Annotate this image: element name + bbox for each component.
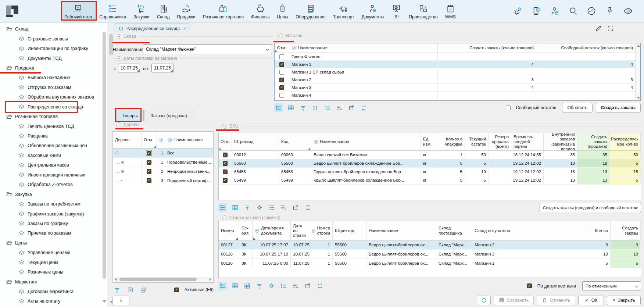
sidebar-item[interactable]: Договоры маркетинга (0, 287, 107, 296)
order-line-row[interactable]: 00127 ЗК 10.07.25 17:07 10.07.25 1 55500… (219, 240, 641, 250)
refresh-data-button[interactable] (359, 103, 368, 112)
table-grid-button[interactable] (230, 203, 239, 212)
collapse-icon[interactable] (278, 33, 283, 38)
sidebar-item[interactable]: Заказы по графику (0, 219, 107, 228)
tree-expander-icon[interactable]: ● (121, 179, 122, 182)
table-scrollbar[interactable] (636, 43, 640, 100)
sidebar-scroll-down-icon[interactable] (103, 300, 106, 303)
scroll-right-icon[interactable] (210, 278, 211, 281)
add-list-button[interactable] (291, 282, 300, 290)
warehouse-select[interactable]: Склад "Маркет Фьюжен" (143, 44, 272, 54)
time-icon[interactable] (586, 6, 597, 17)
scroll-up-icon[interactable] (637, 45, 640, 47)
open-external-button[interactable] (291, 203, 300, 212)
add-list-button[interactable] (335, 103, 344, 112)
menu-item-transport[interactable]: Транспорт (330, 1, 358, 22)
document-tab[interactable]: Распределение со склада × (114, 24, 190, 33)
create-orders-button[interactable]: Создать заказы (596, 103, 641, 113)
sidebar-item[interactable]: Обработка Z-отчетов (0, 180, 107, 189)
ok-button[interactable]: ✓ОК (578, 296, 604, 305)
row-checkbox[interactable] (279, 93, 284, 98)
table-grid-button[interactable] (286, 103, 295, 112)
sku-action-dropdown[interactable]: Создать заказы (продажа) и свободный ост… (540, 203, 641, 212)
sidebar-item[interactable]: Документы ТСД (0, 53, 107, 63)
sidebar-item[interactable]: Инвентаризации по графику (0, 44, 107, 53)
numbered-list-button[interactable] (267, 203, 276, 212)
menu-item-bi[interactable]: BI (388, 1, 405, 22)
sidebar-item[interactable]: Кассовые книги (0, 151, 107, 160)
date-from-input[interactable]: 10.07.25 (118, 64, 140, 72)
tree-expander-icon[interactable]: ⊖ (115, 151, 119, 155)
sidebar-group[interactable]: Склад (0, 24, 107, 34)
collapse-icon[interactable] (117, 34, 121, 39)
collapse-icon[interactable] (117, 56, 121, 61)
sidebar-item[interactable]: Заказы по потребностям (0, 199, 107, 209)
collapse-icon[interactable] (222, 124, 227, 129)
filter-button[interactable] (255, 282, 264, 290)
expand-icon[interactable] (607, 25, 614, 32)
list-view-button[interactable] (274, 103, 283, 112)
sidebar-group[interactable]: Продажа (0, 63, 107, 73)
settings-icon[interactable] (512, 6, 523, 17)
menu-item-desktop[interactable]: Рабочий стол (61, 1, 95, 22)
by-delivery-dates-checkbox[interactable] (527, 283, 532, 288)
sidebar-item[interactable]: Графики заказов (закупка) (0, 209, 107, 218)
gear-button[interactable] (267, 282, 276, 290)
filter-button[interactable] (112, 285, 121, 294)
shop-row[interactable]: Магазин 1 4 4 (275, 61, 640, 68)
row-checkbox[interactable] (223, 161, 228, 166)
date-to-input[interactable]: 11.07.25 (151, 64, 173, 72)
sidebar-group[interactable]: Цены (0, 238, 107, 248)
scroll-left-icon[interactable] (115, 278, 117, 281)
sidebar-item[interactable]: Обработка внутренних заказов (0, 92, 107, 102)
menu-item-cart[interactable]: Закупки (130, 1, 153, 22)
tree-horizontal-scrollbar[interactable] (114, 277, 212, 282)
collapse-icon[interactable] (117, 122, 121, 127)
menu-item-documents[interactable]: Документы (358, 1, 388, 22)
menu-item-catalog[interactable]: Справочники (96, 1, 129, 22)
sidebar-item[interactable]: Выписка накладных (0, 73, 107, 82)
column-filter-icon[interactable] (158, 138, 163, 142)
eye-icon[interactable] (623, 6, 634, 17)
menu-item-price-tag[interactable]: Цены (273, 1, 291, 22)
sku-row[interactable]: 65453 65453 Грудка цыплят-бройлеров охла… (219, 168, 641, 176)
calendar-grid-button[interactable] (243, 282, 251, 290)
sidebar-item[interactable]: Обновление розничных цен (0, 141, 107, 150)
sidebar-item[interactable]: Управление ценами (0, 248, 107, 257)
add-item-button[interactable] (126, 285, 135, 294)
search-icon[interactable] (568, 6, 579, 17)
list-view-button[interactable] (218, 282, 227, 290)
menu-item-warehouse[interactable]: Склад (154, 1, 173, 22)
shop-row[interactable]: Магазин 4 (275, 92, 640, 99)
menu-item-retail[interactable]: Розничная торговля (200, 1, 247, 22)
row-checkbox[interactable] (223, 153, 228, 157)
refresh-data-button[interactable] (315, 282, 324, 290)
tree-row[interactable]: ⊕ 1 Продовольственные... (113, 158, 213, 167)
menu-item-sales[interactable]: Продажи (174, 1, 199, 22)
sidebar-group[interactable]: Закупка (0, 189, 107, 199)
column-filter-icon[interactable] (291, 46, 296, 50)
numbered-list-button[interactable] (279, 282, 288, 290)
row-checkbox[interactable] (147, 151, 151, 156)
products-tab[interactable]: Заказы (продажа) (144, 110, 193, 121)
row-checkbox[interactable] (279, 85, 284, 90)
scrollbar-thumb[interactable] (119, 278, 197, 281)
menu-item-finance[interactable]: Финансы (248, 1, 273, 22)
close-button[interactable]: ×Закрыть (607, 296, 641, 305)
row-checkbox[interactable] (223, 178, 228, 183)
order-line-row[interactable]: 00126 ЗК 11.07.25 0:00 11.07.25 1 55500 … (219, 259, 641, 268)
menu-item-wms[interactable]: WMS (442, 1, 459, 22)
row-checkbox[interactable] (147, 169, 151, 174)
row-checkbox[interactable] (147, 178, 151, 183)
sidebar-item[interactable]: Страховые запасы (0, 34, 107, 43)
numbered-list-button[interactable] (323, 103, 332, 112)
gear-button[interactable] (255, 203, 264, 212)
menu-item-equipment[interactable]: Оборудование (292, 1, 329, 22)
add-list-button[interactable] (279, 203, 288, 212)
tree-row[interactable]: ● 3 Подарочный сертиф... (113, 176, 213, 185)
device-chat-icon[interactable] (531, 6, 542, 17)
gear-button[interactable] (311, 103, 319, 112)
sidebar-group[interactable]: Маркетинг (0, 277, 107, 286)
cancel-button[interactable]: Отменить (537, 296, 575, 305)
scroll-down-icon[interactable] (637, 97, 640, 99)
